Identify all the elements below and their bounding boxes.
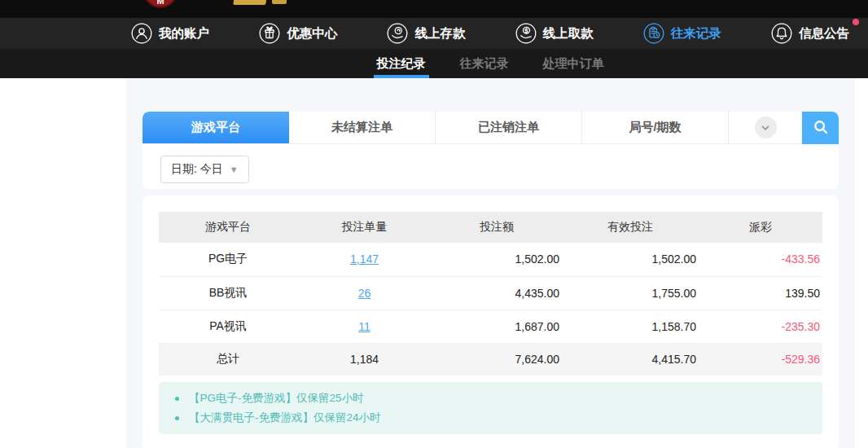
date-filter-button[interactable]: 日期: 今日 ▼ <box>160 156 249 183</box>
tab-unsettled-bets[interactable]: 未结算注单 <box>289 112 436 143</box>
gift-icon <box>259 23 280 44</box>
bell-icon <box>771 23 792 44</box>
bet-amount-cell: 1,687.00 <box>432 310 562 343</box>
notification-badge <box>853 19 859 25</box>
search-icon <box>812 118 830 138</box>
bet-amount-cell: 1,502.00 <box>432 243 562 276</box>
bullet-icon <box>175 397 179 401</box>
nav-item-promotions[interactable]: 优惠中心 <box>259 23 337 44</box>
col-header-bet-count: 投注单量 <box>297 212 432 243</box>
filter-tabrow: 游戏平台 未结算注单 已注销注单 局号/期数 <box>142 112 839 144</box>
valid-bets-cell: 1,755.00 <box>562 276 699 310</box>
total-valid-bets: 4,415.70 <box>562 343 699 376</box>
nav-label: 我的账户 <box>159 25 209 42</box>
bet-amount-cell: 4,435.00 <box>432 276 562 310</box>
nav-item-my-account[interactable]: 我的账户 <box>131 23 209 44</box>
withdraw-icon <box>515 23 537 44</box>
platform-cell: PG电子 <box>159 243 297 276</box>
tab-label: 局号/期数 <box>629 120 681 135</box>
table-row: BB视讯 26 4,435.00 1,755.00 139.50 <box>159 276 822 310</box>
col-header-payout: 派彩 <box>699 212 822 243</box>
bullet-icon <box>175 416 179 420</box>
table-row: PA视讯 11 1,687.00 1,158.70 -235.30 <box>159 310 822 343</box>
col-header-valid-bets: 有效投注 <box>562 212 699 243</box>
tab-game-platform[interactable]: 游戏平台 <box>142 112 289 143</box>
payout-cell: -433.56 <box>699 243 822 276</box>
tab-cancelled-bets[interactable]: 已注销注单 <box>436 112 582 143</box>
deposit-icon <box>387 23 408 44</box>
col-header-bet-amount: 投注额 <box>432 212 562 243</box>
subtab-processing-orders[interactable]: 处理中订单 <box>543 49 604 78</box>
records-panel: 游戏平台 未结算注单 已注销注单 局号/期数 <box>126 78 855 448</box>
total-label: 总计 <box>159 343 297 376</box>
table-row: PG电子 1,147 1,502.00 1,502.00 -433.56 <box>159 243 822 276</box>
bet-count-link[interactable]: 11 <box>358 320 370 333</box>
bet-summary-table: 游戏平台 投注单量 投注额 有效投注 派彩 PG电子 1,147 1,502.0… <box>159 212 822 376</box>
valid-bets-cell: 1,158.70 <box>562 310 699 343</box>
bet-count-link[interactable]: 1,147 <box>350 253 379 266</box>
valid-bets-cell: 1,502.00 <box>562 243 699 276</box>
site-logo-wordmark-fragment <box>272 0 287 4</box>
more-tabs-toggle[interactable] <box>729 112 802 143</box>
nav-item-records[interactable]: 往来记录 <box>643 23 721 44</box>
payout-cell: -235.30 <box>699 310 822 343</box>
tab-round-number[interactable]: 局号/期数 <box>582 112 729 143</box>
caret-down-icon: ▼ <box>230 165 239 174</box>
nav-label: 往来记录 <box>671 25 721 42</box>
total-bet-count: 1,184 <box>297 343 432 376</box>
site-logo-wordmark <box>233 0 267 5</box>
note-text: 【PG电子-免费游戏】仅保留25小时 <box>189 389 364 408</box>
tab-label: 未结算注单 <box>331 120 392 135</box>
total-payout: -529.36 <box>699 343 822 376</box>
filter-card: 游戏平台 未结算注单 已注销注单 局号/期数 <box>142 112 839 189</box>
tab-label: 游戏平台 <box>191 120 240 135</box>
col-header-platform: 游戏平台 <box>159 212 297 243</box>
nav-label: 线上存款 <box>414 25 465 42</box>
total-bet-amount: 7,624.00 <box>432 343 562 376</box>
date-filter-row: 日期: 今日 ▼ <box>142 144 839 183</box>
subtab-label: 处理中订单 <box>543 56 604 72</box>
table-total-row: 总计 1,184 7,624.00 4,415.70 -529.36 <box>159 343 822 376</box>
date-filter-label: 日期: 今日 <box>171 162 223 177</box>
nav-label: 线上取款 <box>543 25 594 42</box>
site-logo-mark: M <box>145 0 176 6</box>
records-icon <box>643 23 664 44</box>
summary-card: 游戏平台 投注单量 投注额 有效投注 派彩 PG电子 1,147 1,502.0… <box>142 195 839 448</box>
platform-cell: BB视讯 <box>159 276 297 310</box>
note-text: 【大满贯电子-免费游戏】仅保留24小时 <box>189 408 381 428</box>
subtab-label: 投注纪录 <box>377 56 426 72</box>
table-header-row: 游戏平台 投注单量 投注额 有效投注 派彩 <box>159 212 822 243</box>
nav-item-announcements[interactable]: 信息公告 <box>771 23 849 44</box>
record-subnav: 投注纪录 往来记录 处理中订单 <box>0 49 868 78</box>
bet-count-link[interactable]: 26 <box>358 287 371 300</box>
subtab-bet-records[interactable]: 投注纪录 <box>377 49 426 78</box>
user-icon <box>131 23 152 44</box>
nav-label: 信息公告 <box>799 25 849 42</box>
retention-notes: 【PG电子-免费游戏】仅保留25小时 【大满贯电子-免费游戏】仅保留24小时 <box>159 382 822 434</box>
note-line: 【大满贯电子-免费游戏】仅保留24小时 <box>170 408 811 428</box>
platform-cell: PA视讯 <box>159 310 297 343</box>
main-nav: 我的账户 优惠中心 <box>0 18 868 49</box>
subtab-label: 往来记录 <box>460 56 509 72</box>
nav-label: 优惠中心 <box>287 25 337 42</box>
tab-label: 已注销注单 <box>478 120 539 135</box>
page-content: 游戏平台 未结算注单 已注销注单 局号/期数 <box>0 78 868 448</box>
search-button[interactable] <box>802 112 839 144</box>
chevron-down-icon <box>755 116 777 138</box>
note-line: 【PG电子-免费游戏】仅保留25小时 <box>170 389 811 408</box>
nav-item-withdraw[interactable]: 线上取款 <box>515 23 594 44</box>
site-logo[interactable]: M <box>143 0 178 8</box>
subtab-transaction-records[interactable]: 往来记录 <box>460 49 509 78</box>
nav-item-deposit[interactable]: 线上存款 <box>387 23 465 44</box>
payout-cell: 139.50 <box>699 276 822 310</box>
top-strip: M <box>0 0 868 18</box>
